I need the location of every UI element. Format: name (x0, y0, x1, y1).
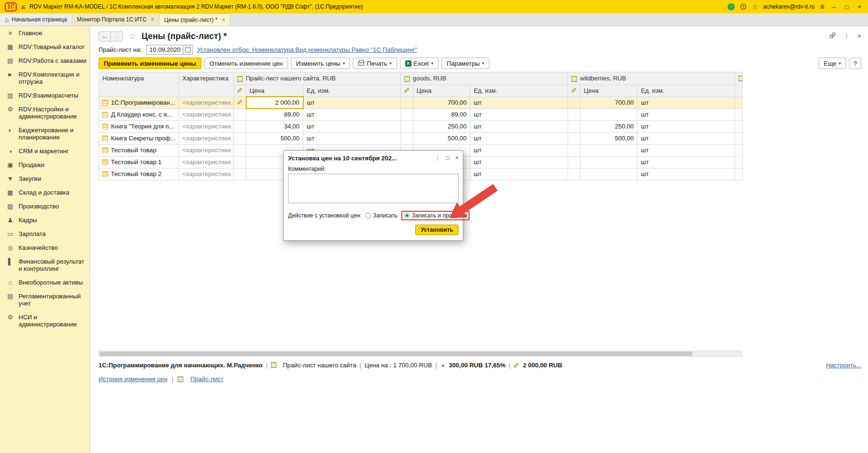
price-history-link[interactable]: История изменения цен (99, 375, 168, 383)
unit-cell[interactable]: шт (303, 120, 401, 132)
close-form-icon[interactable]: × (858, 32, 861, 40)
sidebar-item[interactable]: ⚙RDV:Настройки и администрирование (0, 102, 90, 123)
get-link-icon[interactable] (829, 32, 836, 40)
unit-cell[interactable]: шт (470, 108, 568, 120)
pencil-cell[interactable] (568, 132, 580, 144)
sidebar-item[interactable]: ▨Производство (0, 199, 90, 213)
unit-cell[interactable]: шт (638, 97, 735, 108)
sidebar-item[interactable]: ≡Главное (0, 26, 90, 40)
col-header-price[interactable]: Цена (580, 85, 638, 97)
unit-cell[interactable]: шт (638, 120, 735, 132)
unit-cell[interactable]: шт (638, 168, 735, 180)
characteristic-cell[interactable]: <характеристики...> (179, 132, 234, 144)
horizontal-scrollbar[interactable] (99, 351, 742, 357)
pencil-column-header[interactable] (401, 85, 413, 97)
unit-cell[interactable]: шт (638, 108, 735, 120)
nomenclature-cell[interactable]: Книга "Теория для п... (99, 120, 179, 132)
nomenclature-cell[interactable]: Книга Секреты проф... (99, 132, 179, 144)
comment-textarea[interactable] (288, 174, 459, 203)
col-header-characteristic[interactable]: Характеристика (179, 72, 234, 97)
change-prices-button[interactable]: Изменить цены▾ (291, 58, 350, 69)
sidebar-item[interactable]: ▼Закупки (0, 172, 90, 186)
main-menu-icon[interactable]: ≡ (21, 3, 25, 11)
update-notification-icon[interactable]: ↑ (728, 3, 735, 10)
pencil-cell[interactable] (234, 144, 246, 156)
sidebar-item[interactable]: ▦RDV:Товарный каталог (0, 40, 90, 54)
price-cell[interactable]: 2 000,00 (246, 97, 303, 108)
radio-zapisat[interactable]: Записать (365, 212, 397, 219)
pencil-column-header[interactable] (568, 85, 580, 97)
close-window-button[interactable]: × (856, 3, 863, 10)
print-button[interactable]: Печать▾ (353, 58, 397, 69)
pencil-cell[interactable] (401, 97, 413, 108)
pencil-cell[interactable] (234, 156, 246, 168)
unit-cell[interactable]: шт (470, 144, 568, 156)
pencil-column-header[interactable] (234, 85, 246, 97)
forward-button[interactable]: → (110, 31, 123, 41)
unit-cell[interactable]: шт (470, 168, 568, 180)
tab-1[interactable]: Монитор Портала 1С:ИТС× (72, 13, 160, 26)
pencil-cell[interactable] (401, 132, 413, 144)
maximize-button[interactable]: □ (843, 3, 850, 10)
col-header-price[interactable]: Цена (246, 85, 303, 97)
group-header-goods[interactable]: goods, RUB (401, 72, 568, 85)
nomenclature-cell[interactable]: Тестовый товар 2 (99, 168, 179, 180)
characteristic-cell[interactable]: <характеристики...> (179, 144, 234, 156)
pricelist-link[interactable]: Прайс-лист (190, 375, 223, 383)
price-cell[interactable]: 34,00 (246, 120, 303, 132)
pricelist-date-input[interactable]: 10.09.2020 (146, 45, 193, 55)
table-row[interactable]: 1С:Программирован...<характеристики...>2… (99, 97, 743, 108)
price-cell[interactable]: 250,00 (413, 120, 470, 132)
form-more-icon[interactable]: ⋮ (844, 33, 850, 40)
dialog-maximize-icon[interactable]: □ (446, 155, 449, 161)
pencil-cell[interactable] (401, 120, 413, 132)
apply-prices-button[interactable]: Применить измененные цены (99, 58, 201, 69)
more-button[interactable]: Еще▾ (818, 58, 846, 69)
pencil-cell[interactable] (234, 97, 246, 108)
pencil-cell[interactable] (234, 108, 246, 120)
sidebar-item[interactable]: ▥RDV:Взаиморасчеты (0, 89, 90, 102)
table-row[interactable]: Книга "Теория для п...<характеристики...… (99, 120, 743, 132)
characteristic-cell[interactable]: <характеристики...> (179, 168, 234, 180)
tab-0[interactable]: ⌂Начальная страница (0, 13, 72, 26)
nomenclature-cell[interactable]: Тестовый товар (99, 144, 179, 156)
params-button[interactable]: Параметры▾ (441, 58, 489, 69)
help-button[interactable]: ? (849, 58, 861, 69)
price-cell[interactable] (580, 108, 638, 120)
sidebar-item[interactable]: ◐Бюджетирование и планирование (0, 123, 90, 144)
col-header-unit[interactable]: Ед. изм. (303, 85, 401, 97)
characteristic-cell[interactable]: <характеристики...> (179, 156, 234, 168)
price-cell[interactable]: 700,00 (413, 97, 470, 108)
unit-cell[interactable]: шт (638, 144, 735, 156)
group-header-partial[interactable] (735, 72, 743, 97)
sidebar-item[interactable]: ▩Склад и доставка (0, 186, 90, 199)
characteristic-cell[interactable]: <характеристики...> (179, 97, 234, 108)
table-row[interactable]: Книга Секреты проф...<характеристики...>… (99, 132, 743, 144)
nomenclature-cell[interactable]: Д.Клаудер конс. с я... (99, 108, 179, 120)
tab-close-icon[interactable]: × (151, 16, 154, 23)
sidebar-item[interactable]: ▣Продажи (0, 158, 90, 172)
unit-cell[interactable]: шт (470, 156, 568, 168)
price-cell[interactable] (580, 168, 638, 180)
tab-close-icon[interactable]: × (222, 17, 225, 23)
calendar-button[interactable] (183, 45, 192, 54)
pencil-cell[interactable] (568, 168, 580, 180)
pencil-cell[interactable] (568, 108, 580, 120)
table-row[interactable]: Д.Клаудер конс. с я...<характеристики...… (99, 108, 743, 120)
cancel-price-change-button[interactable]: Отменить изменение цен (204, 58, 288, 69)
dialog-close-icon[interactable]: × (455, 155, 459, 161)
price-cell[interactable]: 89,00 (413, 108, 470, 120)
col-header-unit[interactable]: Ед. изм. (470, 85, 568, 97)
configure-link[interactable]: Настроить... (826, 362, 861, 369)
sidebar-item[interactable]: ▤Регламентированный учет (0, 289, 90, 310)
unit-cell[interactable]: шт (303, 97, 401, 108)
sidebar-item[interactable]: ▤RDV:Работа с заказами (0, 54, 90, 68)
pencil-cell[interactable] (568, 144, 580, 156)
sidebar-item[interactable]: ◑CRM и маркетинг (0, 144, 90, 158)
back-button[interactable]: ← (99, 31, 111, 41)
unit-cell[interactable]: шт (638, 132, 735, 144)
price-cell[interactable]: 700,00 (580, 97, 638, 108)
pencil-cell[interactable] (568, 97, 580, 108)
price-cell[interactable] (580, 156, 638, 168)
sidebar-item[interactable]: ▌Финансовый результат и контроллинг (0, 255, 90, 276)
